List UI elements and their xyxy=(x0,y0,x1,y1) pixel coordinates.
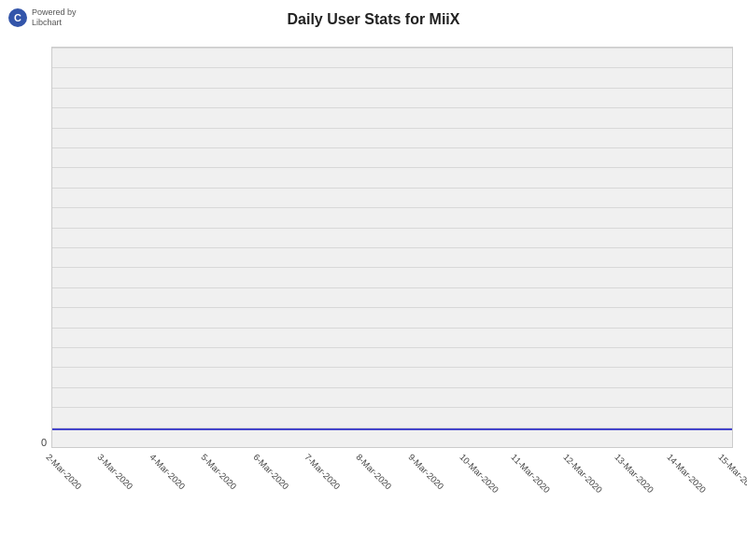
grid-line xyxy=(52,287,732,288)
x-axis-label: 6-Mar-2020 xyxy=(251,452,265,466)
grid-line xyxy=(52,128,732,129)
grid-line xyxy=(52,407,732,408)
grid-line xyxy=(52,328,732,329)
grid-line xyxy=(52,207,732,208)
x-axis-label: 12-Mar-2020 xyxy=(561,452,575,466)
grid-line xyxy=(52,387,732,388)
y-axis: 0 xyxy=(28,47,47,448)
chart-container: C Powered by Libchart Daily User Stats f… xyxy=(0,0,747,560)
grid-line xyxy=(52,347,732,348)
x-axis-label: 10-Mar-2020 xyxy=(458,452,472,466)
x-axis-label: 13-Mar-2020 xyxy=(613,452,627,466)
x-axis-label: 7-Mar-2020 xyxy=(303,452,317,466)
grid-lines xyxy=(52,48,732,447)
grid-line xyxy=(52,367,732,368)
grid-line xyxy=(52,67,732,68)
grid-line xyxy=(52,147,732,148)
grid-line xyxy=(52,188,732,189)
x-axis-label: 8-Mar-2020 xyxy=(354,452,368,466)
grid-line xyxy=(52,307,732,308)
x-axis-label: 5-Mar-2020 xyxy=(199,452,213,466)
grid-line xyxy=(52,228,732,229)
grid-line xyxy=(52,247,732,248)
x-axis: 2-Mar-20203-Mar-20204-Mar-20205-Mar-2020… xyxy=(51,448,733,551)
chart-title: Daily User Stats for MiiX xyxy=(0,11,747,28)
data-line xyxy=(52,428,732,430)
grid-line xyxy=(52,107,732,108)
x-axis-label: 14-Mar-2020 xyxy=(665,452,679,466)
chart-plot-area xyxy=(51,47,733,448)
y-axis-min-label: 0 xyxy=(28,437,47,448)
grid-line xyxy=(52,48,732,49)
x-axis-label: 15-Mar-2020 xyxy=(716,452,730,466)
x-axis-label: 2-Mar-2020 xyxy=(44,452,58,466)
x-axis-label: 3-Mar-2020 xyxy=(96,452,110,466)
grid-line xyxy=(52,167,732,168)
x-axis-label: 4-Mar-2020 xyxy=(148,452,162,466)
x-axis-label: 11-Mar-2020 xyxy=(510,452,524,466)
x-axis-label: 9-Mar-2020 xyxy=(406,452,420,466)
grid-line xyxy=(52,267,732,268)
grid-line xyxy=(52,88,732,89)
